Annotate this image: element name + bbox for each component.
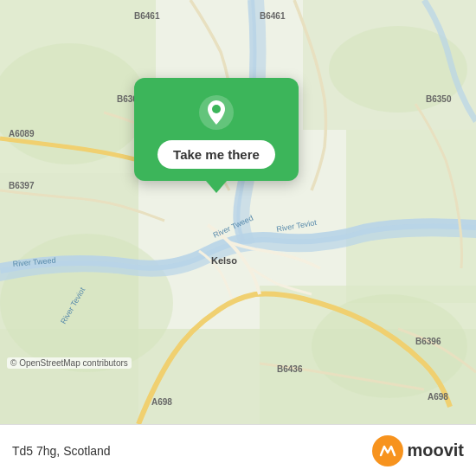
take-me-there-button[interactable]: Take me there bbox=[158, 140, 275, 169]
svg-point-9 bbox=[0, 234, 173, 372]
svg-text:A698: A698 bbox=[428, 392, 448, 402]
moovit-text: moovit bbox=[407, 441, 464, 460]
popup-card: Take me there bbox=[134, 78, 299, 181]
location-pin-icon bbox=[197, 93, 235, 132]
svg-text:B6461: B6461 bbox=[260, 11, 286, 21]
moovit-logo: moovit bbox=[372, 435, 464, 466]
location-label: Td5 7hg, Scotland bbox=[12, 444, 111, 458]
svg-point-27 bbox=[212, 105, 221, 113]
bottom-bar: Td5 7hg, Scotland moovit bbox=[0, 424, 476, 476]
svg-text:B6396: B6396 bbox=[415, 337, 441, 346]
svg-text:A6089: A6089 bbox=[9, 129, 35, 138]
moovit-icon bbox=[372, 435, 403, 466]
map-container: B6461 B6461 B6364 B6397 A6089 B6350 A698… bbox=[0, 0, 476, 424]
svg-rect-4 bbox=[346, 130, 476, 303]
svg-text:B6397: B6397 bbox=[9, 181, 35, 190]
map-attribution: © OpenStreetMap contributors bbox=[7, 357, 132, 369]
svg-text:B6461: B6461 bbox=[134, 11, 160, 21]
svg-text:B6436: B6436 bbox=[277, 364, 303, 374]
svg-text:B6350: B6350 bbox=[426, 94, 452, 104]
svg-text:Kelso: Kelso bbox=[211, 255, 237, 266]
svg-text:A698: A698 bbox=[151, 397, 172, 407]
